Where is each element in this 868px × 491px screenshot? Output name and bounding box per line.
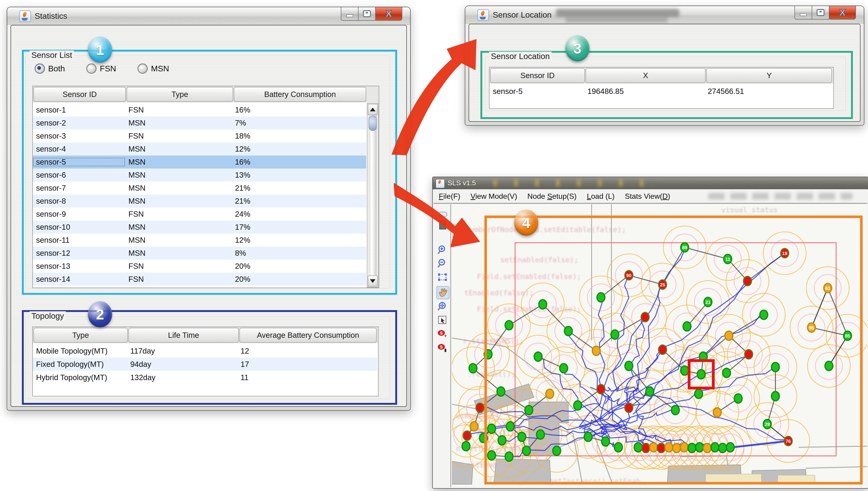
sensor-node[interactable] xyxy=(671,405,679,415)
column-header[interactable]: Life Time xyxy=(129,328,239,343)
menu-stats-view-d-[interactable]: Stats View(D) xyxy=(625,192,670,201)
sensor-node[interactable] xyxy=(772,392,779,401)
sensor-node[interactable] xyxy=(505,452,513,461)
pan-hand-tool-button[interactable] xyxy=(437,286,449,299)
maximize-button[interactable] xyxy=(359,7,376,21)
zoom-fit-tool-button[interactable] xyxy=(437,300,449,312)
sensor-node[interactable] xyxy=(696,443,703,452)
table-row[interactable]: sensor-2MSN7% xyxy=(33,116,366,129)
radio-both[interactable]: Both xyxy=(35,63,65,74)
table-row[interactable]: sensor-8MSN21% xyxy=(33,195,366,208)
sensor-node[interactable] xyxy=(523,446,530,456)
sensor-node[interactable] xyxy=(625,361,633,371)
sensor-node[interactable] xyxy=(825,361,833,371)
sensor-node[interactable] xyxy=(725,331,733,340)
sensor-node[interactable] xyxy=(463,431,471,440)
table-row[interactable]: sensor-14FSN20% xyxy=(33,273,366,286)
sensor-node[interactable] xyxy=(470,422,478,431)
sensor-node[interactable] xyxy=(688,443,696,453)
table-row[interactable]: Hybrid Topology(MT)132day11 xyxy=(33,371,377,384)
table-row[interactable]: sensor-7MSN21% xyxy=(33,181,366,195)
close-button[interactable]: X xyxy=(830,6,856,20)
sensor-node[interactable] xyxy=(564,326,572,336)
sensor-node[interactable] xyxy=(497,387,505,396)
sensor-node[interactable] xyxy=(614,443,622,452)
sensor-node[interactable] xyxy=(641,313,649,322)
radio-msn[interactable]: MSN xyxy=(138,63,169,74)
sensor-node[interactable] xyxy=(487,451,496,460)
sensor-node[interactable] xyxy=(681,366,689,375)
sensor-node[interactable] xyxy=(642,443,650,453)
sensor-node[interactable] xyxy=(506,422,514,431)
pointer-select-tool-button[interactable] xyxy=(437,314,449,326)
sensor-node[interactable] xyxy=(713,408,721,417)
scroll-up-button[interactable] xyxy=(368,104,377,115)
sensor-node[interactable] xyxy=(536,430,544,439)
sensor-node[interactable] xyxy=(469,364,477,373)
scrollbar-thumb[interactable] xyxy=(368,116,377,131)
scroll-down-button[interactable] xyxy=(368,276,377,287)
sensor-node[interactable] xyxy=(597,293,605,302)
document-tool-button[interactable] xyxy=(437,219,449,231)
sensor-node[interactable] xyxy=(646,387,654,396)
table-row[interactable]: sensor-10MSN17% xyxy=(33,221,366,234)
table-row[interactable]: Mobile Topology(MT)117day12 xyxy=(33,344,377,357)
table-row[interactable]: sensor-1FSN16% xyxy=(33,104,366,116)
menu-view-mode-v-[interactable]: View Mode(V) xyxy=(470,192,517,201)
sls-titlebar[interactable]: SLS v1.5 xyxy=(433,177,868,190)
radio-fsn[interactable]: FSN xyxy=(86,63,116,74)
sensor-node[interactable] xyxy=(634,443,642,452)
sensor-table[interactable]: Sensor IDTypeBattery Consumptionsensor-1… xyxy=(32,86,379,288)
sensor-node[interactable] xyxy=(584,432,592,441)
sensor-node[interactable] xyxy=(695,389,703,399)
sensor-node[interactable] xyxy=(534,352,542,361)
sensor-node[interactable] xyxy=(525,405,533,415)
table-row[interactable]: sensor-12MSN8% xyxy=(33,247,366,260)
sensor-node[interactable] xyxy=(703,443,711,453)
sensor-node[interactable] xyxy=(649,443,657,452)
sensor-node[interactable] xyxy=(553,446,561,456)
table-row[interactable]: sensor-9FSN24% xyxy=(33,208,366,221)
location-table[interactable]: Sensor IDXYsensor-5196486.85274566.51 xyxy=(489,67,834,109)
sensor-node[interactable] xyxy=(498,436,506,445)
sensor-node[interactable] xyxy=(659,345,667,354)
sensor-node[interactable] xyxy=(697,370,705,379)
menu-load-l-[interactable]: Load (L) xyxy=(587,192,614,201)
sensor-node[interactable] xyxy=(711,443,719,452)
table-row[interactable]: sensor-5MSN16% xyxy=(33,155,366,169)
sensor-node[interactable] xyxy=(546,389,554,399)
table-row[interactable]: sensor-5196486.85274566.51 xyxy=(489,85,832,98)
sensor-node[interactable] xyxy=(657,443,665,453)
sensor-table-scrollbar[interactable] xyxy=(367,103,379,288)
sensor-node[interactable] xyxy=(772,363,779,372)
sls-map-canvas[interactable]: numberOfNodeField.setEditable(false);set… xyxy=(451,204,867,487)
sensor-node[interactable] xyxy=(574,401,582,410)
column-header[interactable]: Y xyxy=(706,68,832,83)
sensor-node[interactable] xyxy=(745,350,753,359)
sensor-node[interactable] xyxy=(726,443,734,452)
table-row[interactable]: sensor-11MSN12% xyxy=(33,234,366,247)
sensor-node[interactable] xyxy=(597,384,605,394)
table-row[interactable]: sensor-3FSN18% xyxy=(33,129,366,143)
sensor-node[interactable] xyxy=(601,437,610,446)
minimize-button[interactable] xyxy=(341,7,359,21)
sensor-node[interactable] xyxy=(760,310,768,319)
sensor-node[interactable] xyxy=(462,441,470,451)
sensor-node[interactable] xyxy=(719,443,727,453)
sensor-node[interactable] xyxy=(560,364,568,373)
column-header[interactable]: Type xyxy=(33,328,128,343)
menu-node-setup-s-[interactable]: Node Setup(S) xyxy=(527,192,577,201)
sensor-node[interactable] xyxy=(665,443,673,452)
sensor-node[interactable] xyxy=(476,403,484,412)
column-header[interactable]: Battery Consumption xyxy=(234,87,366,102)
column-header[interactable]: Type xyxy=(127,87,233,102)
sensor-node[interactable] xyxy=(539,300,547,309)
topology-table[interactable]: TypeLife TimeAverage Battery Consumption… xyxy=(32,327,379,396)
sensor-node[interactable] xyxy=(744,277,751,286)
sensor-node[interactable] xyxy=(683,322,691,331)
sensor-node[interactable] xyxy=(484,350,492,359)
sensor-node[interactable] xyxy=(518,432,526,441)
start-node-tool-button[interactable]: S+ xyxy=(437,328,449,340)
sensor-node[interactable] xyxy=(680,443,688,452)
sensor-node[interactable] xyxy=(723,368,730,378)
